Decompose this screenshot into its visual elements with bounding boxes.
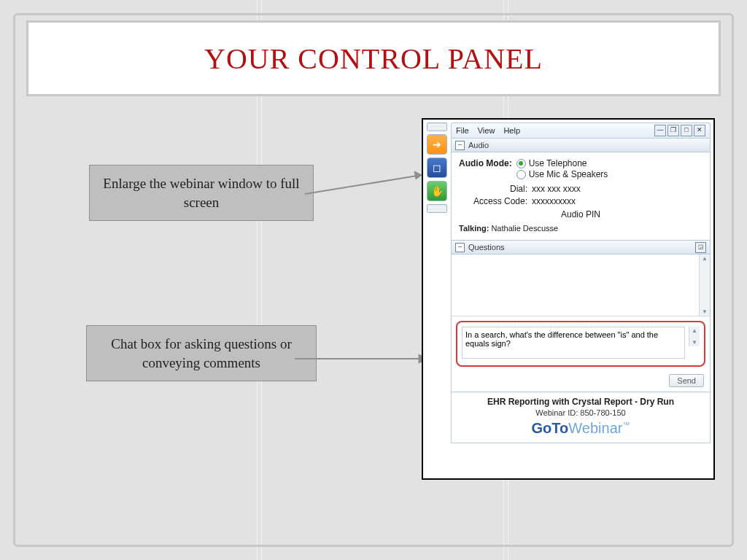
collapse-icon[interactable]: –: [455, 141, 465, 150]
talking-status: Talking: Nathalie Descusse: [459, 224, 703, 233]
gotowebinar-panel: ➔ ◻ ✋ File View Help — ❐ □ ✕ – Audio Aud…: [422, 118, 715, 480]
callout-enlarge: Enlarge the webinar window to full scree…: [89, 165, 314, 221]
audio-header-label: Audio: [468, 141, 489, 149]
question-input-highlight: ▲▼: [456, 321, 705, 367]
menu-view[interactable]: View: [478, 126, 495, 135]
popout-icon[interactable]: ◲: [695, 242, 706, 253]
panel-footer: EHR Reporting with Crystal Report - Dry …: [451, 392, 711, 443]
scroll-down-icon[interactable]: ▼: [692, 339, 697, 346]
questions-header-label: Questions: [468, 243, 505, 252]
menu-help[interactable]: Help: [503, 126, 520, 135]
brand-to: To: [551, 420, 568, 436]
restore-icon[interactable]: ❐: [667, 125, 679, 136]
side-ribbon: ➔ ◻ ✋: [426, 122, 448, 216]
audio-mode-label: Audio Mode:: [459, 158, 512, 168]
raise-hand-icon[interactable]: ✋: [427, 181, 447, 201]
menu-file[interactable]: File: [456, 126, 469, 135]
talking-name: Nathalie Descusse: [491, 224, 558, 233]
callout-chatbox-text: Chat box for asking questions or conveyi…: [111, 336, 292, 370]
menu-bar: File View Help — ❐ □ ✕: [451, 122, 711, 139]
arrow-to-chatbox: [295, 350, 441, 379]
scrollbar[interactable]: ▲▼: [689, 327, 700, 346]
webinar-id: Webinar ID: 850-780-150: [454, 408, 707, 417]
svg-line-0: [305, 175, 422, 194]
radio-telephone-label: Use Telephone: [529, 158, 587, 168]
radio-mic-speakers[interactable]: Use Mic & Speakers: [516, 169, 608, 179]
dial-value: xxx xxx xxxx: [532, 184, 703, 194]
panel-main: File View Help — ❐ □ ✕ – Audio Audio Mod…: [451, 122, 711, 475]
close-icon[interactable]: ✕: [694, 125, 705, 136]
talking-label: Talking:: [459, 224, 489, 233]
radio-icon: [516, 170, 526, 179]
audio-pin-label: Audio PIN: [459, 209, 703, 219]
question-input[interactable]: [462, 327, 685, 359]
callout-chatbox: Chat box for asking questions or conveyi…: [86, 325, 317, 381]
gotowebinar-logo: GoToWebinar™: [454, 420, 707, 437]
radio-icon: [516, 159, 526, 168]
brand-tm: ™: [622, 421, 630, 429]
brand-webinar: Webinar: [568, 420, 622, 436]
minimize-icon[interactable]: —: [654, 125, 666, 136]
grip-icon[interactable]: [427, 122, 447, 131]
audio-section: Audio Mode: Use Telephone Use Mic & Spea…: [451, 152, 711, 241]
page-title: YOUR CONTROL PANEL: [204, 42, 543, 76]
questions-header[interactable]: – Questions ◲: [451, 241, 711, 254]
scroll-up-icon[interactable]: ▲: [702, 255, 708, 262]
svg-marker-1: [414, 171, 422, 179]
title-card: YOUR CONTROL PANEL: [26, 20, 721, 96]
callout-enlarge-text: Enlarge the webinar window to full scree…: [103, 176, 299, 210]
scrollbar[interactable]: ▲▼: [699, 254, 710, 316]
collapse-arrow-icon[interactable]: ➔: [427, 134, 447, 155]
webinar-id-label: Webinar ID:: [535, 408, 578, 417]
audio-header[interactable]: – Audio: [451, 139, 711, 152]
fullscreen-icon[interactable]: ◻: [427, 158, 447, 178]
brand-go: Go: [532, 420, 552, 436]
radio-telephone[interactable]: Use Telephone: [516, 158, 608, 168]
maximize-icon[interactable]: □: [681, 125, 692, 136]
radio-mic-label: Use Mic & Speakers: [529, 169, 608, 179]
access-code-label: Access Code:: [459, 196, 532, 206]
session-title: EHR Reporting with Crystal Report - Dry …: [454, 397, 707, 407]
scroll-up-icon[interactable]: ▲: [692, 327, 697, 334]
scroll-down-icon[interactable]: ▼: [702, 308, 708, 315]
collapse-icon[interactable]: –: [455, 243, 465, 252]
questions-section: ▲▼ ▲▼ Send: [451, 254, 711, 392]
webinar-id-value: 850-780-150: [580, 408, 625, 417]
grip-icon[interactable]: [427, 204, 447, 213]
arrow-to-fullscreen: [305, 168, 436, 211]
questions-log: ▲▼: [452, 254, 710, 316]
access-code-value: xxxxxxxxxx: [532, 196, 703, 206]
dial-label: Dial:: [459, 184, 532, 194]
send-button[interactable]: Send: [669, 374, 704, 387]
